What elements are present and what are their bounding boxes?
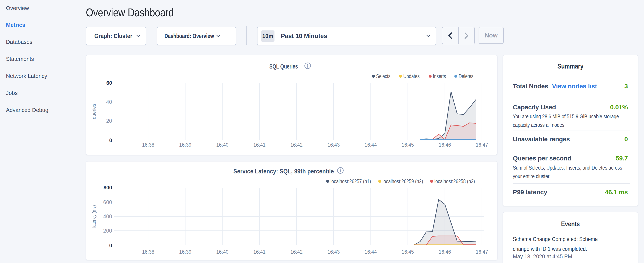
chevron-down-icon: [426, 35, 430, 37]
x-tick-label: 16:42: [290, 142, 303, 148]
summary-row-unavailable: Unavailable ranges 0: [513, 136, 628, 143]
events-panel: Events Schema Change Completed: Schema c…: [502, 212, 638, 263]
legend-item[interactable]: Updates: [399, 73, 424, 79]
summary-row-qps: Queries per second 59.7: [513, 155, 628, 162]
x-tick-label: 16:45: [402, 142, 414, 148]
sidebar-item-advanced-debug[interactable]: Advanced Debug: [0, 102, 86, 119]
info-icon[interactable]: [337, 167, 344, 174]
summary-row-label: Unavailable ranges: [513, 136, 570, 143]
toolbar-divider: [246, 26, 247, 45]
series-line-Inserts: [420, 123, 476, 140]
legend-item[interactable]: Deletes: [454, 73, 477, 79]
sidebar-item-overview[interactable]: Overview: [0, 0, 86, 16]
x-tick-label: 16:46: [438, 249, 451, 255]
x-tick-label: 16:41: [253, 142, 266, 148]
summary-row-desc: Sum of Selects, Updates, Inserts, and De…: [513, 163, 644, 180]
sidebar-item-jobs[interactable]: Jobs: [0, 85, 86, 102]
sql-queries-chart-card: SQL Queries Selects Updates Inserts Dele…: [86, 55, 498, 155]
graph-dropdown-label: Graph: Cluster: [94, 33, 132, 40]
x-tick-label: 16:47: [476, 249, 488, 255]
x-tick-label: 16:44: [365, 142, 377, 148]
x-tick-label: 16:40: [216, 249, 228, 255]
sidebar-item-label: Metrics: [6, 22, 25, 28]
sidebar: Overview Metrics Databases Statements Ne…: [0, 0, 86, 263]
time-step-buttons: [442, 27, 475, 44]
summary-panel: Summary Total Nodes View nodes list 3 Ca…: [502, 55, 638, 206]
y-tick-label: 0: [109, 242, 112, 248]
x-tick-label: 16:46: [438, 142, 451, 148]
time-range-label: Past 10 Minutes: [281, 32, 327, 40]
sidebar-item-metrics[interactable]: Metrics: [0, 16, 86, 34]
sidebar-item-label: Jobs: [6, 90, 18, 96]
event-entry[interactable]: Schema Change Completed: Schema change w…: [513, 234, 613, 254]
legend-item[interactable]: localhost:26259 (n2): [378, 178, 433, 184]
legend-item[interactable]: Inserts: [428, 73, 450, 79]
series-line-localhost:26258 (n3): [414, 236, 476, 245]
chart-title: Service Latency: SQL, 99th percentile: [234, 168, 334, 175]
now-button[interactable]: Now: [478, 27, 504, 44]
graph-dropdown[interactable]: Graph: Cluster: [86, 27, 146, 45]
legend-label: Deletes: [458, 73, 474, 80]
series-area-Selects: [420, 92, 476, 140]
divider: [513, 149, 630, 149]
step-back-button[interactable]: [442, 27, 458, 44]
summary-row-label: Total Nodes: [513, 83, 548, 90]
legend-item[interactable]: localhost:26258 (n3): [430, 178, 484, 184]
legend-item[interactable]: localhost:26257 (n1): [326, 178, 380, 184]
sidebar-item-network-latency[interactable]: Network Latency: [0, 68, 86, 85]
x-tick-label: 16:38: [142, 142, 154, 148]
series-area-localhost:26258 (n3): [414, 236, 476, 245]
info-icon[interactable]: [304, 62, 311, 69]
chevron-right-icon: [464, 32, 468, 39]
step-forward-button[interactable]: [458, 27, 474, 44]
summary-row-value: 46.1 ms: [605, 188, 628, 196]
x-tick-label: 16:43: [328, 142, 340, 148]
summary-row-total-nodes: Total Nodes View nodes list 3: [513, 83, 628, 90]
x-tick-label: 16:47: [476, 142, 488, 148]
y-tick-label: 40: [106, 99, 112, 105]
view-nodes-list-link[interactable]: View nodes list: [552, 83, 597, 90]
summary-row-value: 59.7: [616, 155, 628, 162]
summary-row-value: 0.01%: [610, 104, 628, 111]
summary-title: Summary: [514, 62, 627, 70]
sidebar-item-label: Statements: [6, 56, 34, 62]
legend-item[interactable]: Selects: [372, 73, 394, 79]
legend-label: Inserts: [433, 73, 446, 80]
divider: [513, 183, 630, 184]
x-tick-label: 16:44: [365, 249, 377, 255]
y-tick-label: 60: [106, 80, 112, 86]
chevron-down-icon: [216, 35, 220, 37]
summary-row-label: Queries per second: [513, 155, 571, 162]
y-tick-label: 20: [106, 118, 112, 124]
x-tick-label: 16:39: [179, 142, 192, 148]
dashboard-dropdown[interactable]: Dashboard: Overview: [157, 27, 236, 45]
summary-row-desc-line: your entire cluster.: [513, 172, 622, 180]
divider: [513, 130, 630, 130]
legend-dot: [372, 75, 375, 78]
sidebar-item-statements[interactable]: Statements: [0, 51, 86, 68]
series-area-localhost:26257 (n1): [414, 200, 476, 245]
x-tick-label: 16:45: [402, 249, 414, 255]
chevron-left-icon: [448, 32, 452, 39]
series-line-localhost:26257 (n1): [414, 200, 476, 245]
x-tick-label: 16:43: [328, 249, 340, 255]
event-text-line: change with ID 1 was completed.: [513, 244, 598, 254]
x-tick-label: 16:39: [179, 249, 192, 255]
service-latency-chart-card: Service Latency: SQL, 99th percentile lo…: [86, 161, 498, 260]
legend-dot: [378, 180, 381, 183]
summary-row-value: 3: [624, 83, 628, 90]
time-range-picker[interactable]: 10m Past 10 Minutes: [257, 27, 436, 45]
sidebar-item-databases[interactable]: Databases: [0, 34, 86, 51]
sidebar-item-label: Databases: [6, 39, 32, 45]
y-tick-label: 200: [103, 228, 112, 234]
sidebar-item-label: Overview: [6, 5, 29, 12]
x-tick-label: 16:42: [290, 249, 303, 255]
chevron-down-icon: [136, 35, 140, 37]
summary-row-desc-line: Sum of Selects, Updates, Inserts, and De…: [513, 163, 622, 172]
events-title: Events: [514, 220, 627, 228]
sidebar-item-label: Advanced Debug: [6, 107, 48, 113]
summary-row-p99: P99 latency 46.1 ms: [513, 188, 628, 196]
page-title: Overview Dashboard: [86, 6, 174, 19]
y-axis-unit-label: queries: [91, 104, 97, 119]
summary-row-label: P99 latency: [513, 188, 547, 196]
